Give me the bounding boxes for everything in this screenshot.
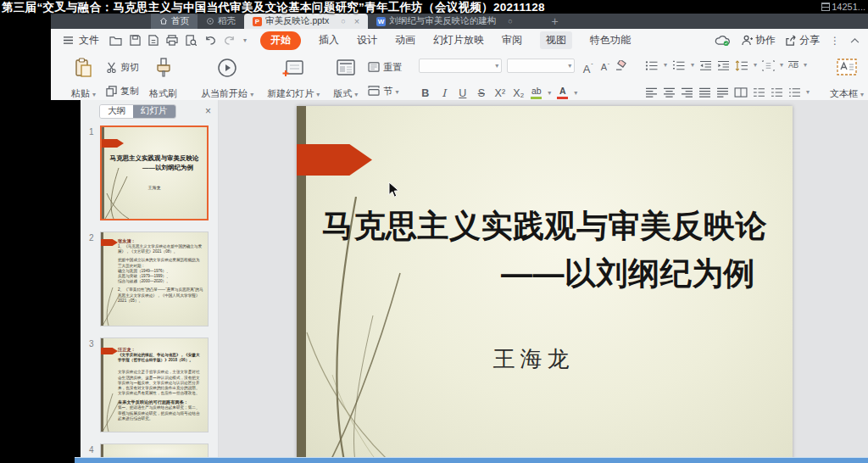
print-icon[interactable]: [166, 35, 178, 46]
export-pdf-icon[interactable]: [148, 35, 159, 46]
font-color-dropdown-icon[interactable]: ▾: [574, 90, 577, 97]
play-from-current-button[interactable]: 从当前开始 ▾: [198, 55, 257, 103]
doc-file-icon: W: [376, 17, 386, 26]
tab-home-label: 首页: [171, 15, 189, 27]
tab-docer[interactable]: 稻壳: [198, 14, 244, 29]
wps-window: 首页 稻壳 P 审美反映论.pptx ○ × W 刘纲纪与审美反映论的建构 ○ …: [51, 14, 868, 458]
tab-review[interactable]: 审阅: [502, 33, 522, 47]
thumbnail-3-slide[interactable]: 汪正龙： 《文学反映论的缘起、争论与省思》，《安徽大学学报（哲学社会科学版）》2…: [100, 337, 209, 432]
quick-access-dropdown-icon[interactable]: ▾: [243, 37, 247, 44]
file-menu[interactable]: 文件: [79, 33, 99, 47]
layout-icon: [335, 58, 357, 78]
decrease-font-size-button[interactable]: Aˇ: [598, 63, 609, 69]
tab-slideshow[interactable]: 幻灯片放映: [433, 33, 484, 47]
line-spacing-icon[interactable]: [735, 60, 748, 71]
highlight-color-button[interactable]: ab: [531, 86, 542, 99]
hamburger-menu-icon[interactable]: [63, 36, 74, 45]
undo-icon[interactable]: [204, 36, 216, 46]
font-size-combobox[interactable]: ▾: [507, 59, 575, 73]
panel-close-icon[interactable]: ×: [205, 105, 211, 117]
thumbnail-1[interactable]: 1 马克思主义实践观与审美反映论 ——以刘纲纪为例 王海龙: [81, 126, 218, 226]
cloud-sync-icon[interactable]: [715, 35, 732, 47]
superscript-button[interactable]: X²: [493, 87, 506, 99]
current-slide[interactable]: 马克思主义实践观与审美反映论 ——以刘纲纪为例 王海龙: [297, 106, 793, 458]
align-right-icon[interactable]: [681, 87, 693, 98]
mini-arrow-shape: [101, 239, 118, 246]
insert-group: 文本框 ▾ 形状 ▾ 图片 ▾ 排列 ▾: [820, 55, 868, 103]
text-direction-icon[interactable]: AB: [788, 61, 798, 70]
tab-active-document-label: 审美反映论.pptx: [265, 15, 329, 27]
new-slide-button[interactable]: 新建幻灯片 ▾: [264, 55, 323, 103]
increase-font-size-button[interactable]: Aˆ: [580, 64, 593, 69]
strikethrough-button[interactable]: S: [475, 87, 487, 99]
thumbnail-4[interactable]: 4: [81, 443, 218, 458]
paste-button[interactable]: 粘贴 ▾: [68, 55, 99, 103]
thumbnail-2[interactable]: 2 张永清： 1、《马克思主义文学反映论在新中国的确立与发展》，《文艺研究》20…: [81, 232, 218, 332]
tab-special-features[interactable]: 特色功能: [590, 33, 631, 47]
print-preview-icon[interactable]: [186, 35, 197, 46]
collapse-ribbon-icon[interactable]: [850, 37, 860, 43]
slides-tab[interactable]: 幻灯片: [133, 105, 175, 118]
distribute-icon[interactable]: [716, 87, 729, 98]
list-level-3-icon[interactable]: [788, 87, 801, 98]
copy-button[interactable]: 复制: [106, 85, 139, 98]
video-progress-bar[interactable]: [75, 457, 868, 463]
numbering-icon[interactable]: [672, 60, 686, 71]
highlight-dropdown-icon[interactable]: ▾: [548, 90, 551, 97]
italic-button[interactable]: I: [437, 86, 450, 99]
subscript-button[interactable]: X₂: [512, 87, 525, 99]
thumbnail-2-slide[interactable]: 张永清： 1、《马克思主义文学反映论在新中国的确立与发展》，《文艺研究》2021…: [100, 232, 209, 326]
paste-label: 粘贴 ▾: [71, 87, 96, 100]
underline-button[interactable]: U: [456, 87, 469, 99]
paragraph-group: ▾ ▾ ▾ ▾ AB▾: [638, 55, 816, 103]
collaborate-button[interactable]: 协作: [742, 33, 776, 47]
share-button[interactable]: 分享: [786, 33, 820, 47]
save-icon[interactable]: [130, 35, 141, 46]
new-tab-button[interactable]: +: [543, 14, 567, 29]
mini-stems-decoration: [101, 287, 126, 326]
more-menu-icon[interactable]: ⋮: [830, 35, 840, 47]
redo-icon[interactable]: [224, 36, 236, 46]
tab-insert[interactable]: 插入: [319, 33, 339, 47]
font-name-combobox[interactable]: ▾: [419, 59, 502, 73]
layout-button[interactable]: 版式 ▾: [330, 55, 361, 103]
columns-icon[interactable]: [734, 87, 748, 98]
collaborate-person-icon: [742, 35, 753, 46]
tab-active-document[interactable]: P 审美反映论.pptx ○ ×: [244, 14, 368, 29]
bold-button[interactable]: B: [419, 87, 431, 99]
open-file-icon[interactable]: [109, 35, 122, 46]
tab-other-sync-icon: ○: [508, 17, 512, 25]
reset-button[interactable]: 重置: [368, 61, 402, 74]
share-label: 分享: [799, 33, 820, 47]
thumbnail-4-slide[interactable]: [100, 443, 209, 458]
tab-view[interactable]: 视图: [540, 31, 572, 49]
tab-home[interactable]: 首页: [151, 14, 198, 29]
justify-icon[interactable]: [698, 87, 711, 98]
outline-tab[interactable]: 大纲: [100, 105, 133, 118]
list-level-1-icon[interactable]: [753, 87, 765, 98]
tab-animation[interactable]: 动画: [395, 33, 415, 47]
cut-button[interactable]: 剪切: [106, 61, 139, 74]
align-left-icon[interactable]: [645, 87, 658, 98]
format-painter-button[interactable]: 格式刷: [146, 55, 181, 103]
font-group: ▾ ▾ Aˆ Aˇ B I U S X² X₂ ab ▾: [412, 55, 635, 103]
thumbnail-3[interactable]: 3 汪正龙： 《文学反映论的缘起、争论与省思》，《安徽大学学报（哲学社会科学版）…: [81, 337, 218, 438]
clear-format-icon[interactable]: [615, 60, 628, 71]
increase-indent-icon[interactable]: [717, 60, 730, 71]
slide-canvas[interactable]: 马克思主义实践观与审美反映论 ——以刘纲纪为例 王海龙: [219, 100, 868, 458]
textbox-button[interactable]: 文本框 ▾: [826, 55, 867, 103]
paragraph-spacing-icon[interactable]: [762, 60, 775, 71]
list-level-2-icon[interactable]: [771, 87, 783, 98]
layout-label: 版式 ▾: [333, 87, 358, 100]
font-color-button[interactable]: A: [557, 86, 568, 99]
mini-stems-decoration: [101, 393, 126, 432]
decrease-indent-icon[interactable]: [699, 60, 712, 71]
align-center-icon[interactable]: [663, 87, 676, 98]
thumbnail-1-slide[interactable]: 马克思主义实践观与审美反映论 ——以刘纲纪为例 王海龙: [100, 126, 209, 220]
tab-start[interactable]: 开始: [260, 31, 301, 50]
bullets-icon[interactable]: [645, 60, 659, 71]
tab-design[interactable]: 设计: [357, 33, 377, 47]
tab-close-icon[interactable]: ×: [354, 16, 359, 26]
tab-other-document[interactable]: W 刘纲纪与审美反映论的建构 ○: [368, 14, 520, 29]
section-button[interactable]: 节 ▾: [368, 85, 402, 98]
